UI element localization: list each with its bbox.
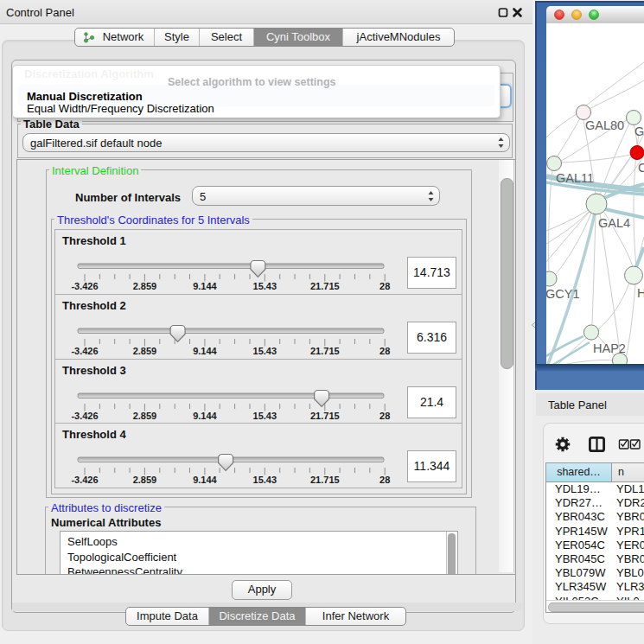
svg-text:15.43: 15.43	[253, 281, 277, 291]
svg-text:GAL11: GAL11	[556, 171, 594, 185]
svg-text:28: 28	[379, 346, 390, 356]
svg-text:2.859: 2.859	[133, 281, 157, 291]
svg-text:2.859: 2.859	[133, 475, 157, 485]
svg-text:15.43: 15.43	[253, 475, 277, 485]
svg-text:9.144: 9.144	[193, 411, 217, 421]
svg-text:21.715: 21.715	[310, 281, 340, 291]
svg-text:2.859: 2.859	[133, 411, 157, 421]
svg-text:-3.426: -3.426	[71, 281, 98, 291]
svg-text:HAP2: HAP2	[593, 341, 626, 355]
svg-text:21.715: 21.715	[310, 475, 340, 485]
svg-text:9.144: 9.144	[193, 346, 217, 356]
svg-text:GA: GA	[634, 124, 644, 138]
svg-text:2.859: 2.859	[133, 346, 157, 356]
svg-text:15.43: 15.43	[253, 411, 277, 421]
svg-text:9.144: 9.144	[193, 475, 217, 485]
svg-text:GCY1: GCY1	[546, 287, 580, 301]
svg-text:C: C	[638, 161, 644, 175]
svg-text:28: 28	[379, 281, 390, 291]
svg-text:-3.426: -3.426	[71, 346, 98, 356]
svg-text:GAL4: GAL4	[598, 216, 630, 230]
svg-text:GAL80: GAL80	[585, 118, 624, 132]
svg-text:9.144: 9.144	[193, 281, 217, 291]
svg-text:28: 28	[379, 475, 390, 485]
svg-text:15.43: 15.43	[253, 346, 277, 356]
svg-text:-3.426: -3.426	[71, 475, 98, 485]
svg-text:21.715: 21.715	[310, 411, 340, 421]
svg-text:21.715: 21.715	[310, 346, 340, 356]
svg-text:28: 28	[379, 411, 390, 421]
svg-text:-3.426: -3.426	[71, 411, 98, 421]
svg-text:H: H	[637, 286, 644, 300]
